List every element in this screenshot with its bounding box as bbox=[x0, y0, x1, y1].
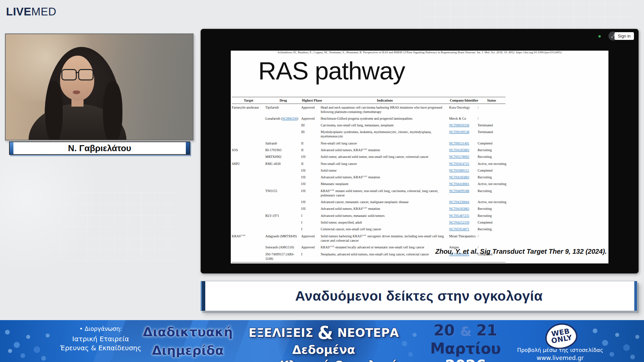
table-cell: Non-small cell lung cancer bbox=[321, 160, 449, 167]
table-cell: I bbox=[301, 251, 321, 262]
table-row: MRTX0902I/IISolid tumor, advanced solid … bbox=[232, 154, 505, 160]
session-title: Αναδυόμενοι δείκτες στην ογκολογία bbox=[295, 288, 543, 304]
table-cell: Tipifarnib bbox=[265, 104, 301, 115]
table-cell: II bbox=[301, 140, 321, 146]
logo-med-text: MED bbox=[31, 5, 56, 18]
event-date-ampersand: & bbox=[460, 324, 471, 339]
table-cell: I bbox=[301, 226, 321, 233]
event-title-block: ΕΞΕΛΙΞΕΙΣ & ΝΕΟΤΕΡΑ Δεδομένα στην Κλινικ… bbox=[231, 322, 416, 362]
table-row: I/IIMetastatic neoplasmNCT04418661Active… bbox=[232, 181, 505, 187]
website-access-block: Προβολή μέσω της ιστοσελίδας www.livemed… bbox=[513, 347, 607, 361]
table-cell: Mirati Therapeutics bbox=[449, 233, 478, 244]
event-title-part1: ΕΞΕΛΙΞΕΙΣ bbox=[249, 326, 313, 340]
event-format-block: Διαδικτυακή Διημερίδα bbox=[141, 323, 235, 360]
table-cell: Myelodysplastic syndromes, leukemia, mye… bbox=[321, 129, 449, 140]
table-row: SHP2RMC-4630IINon-small cell lung cancer… bbox=[232, 160, 505, 167]
table-cell bbox=[232, 181, 265, 187]
table-cell: KRASG12C mutant solid tumors, non-small … bbox=[321, 187, 449, 199]
table-cell: NCT04418661 bbox=[449, 181, 478, 187]
table-cell bbox=[232, 219, 265, 226]
trial-identifier-link: NCT04699188 bbox=[449, 189, 469, 193]
table-row: IIIMyelodysplastic syndromes, leukemia, … bbox=[232, 129, 505, 140]
table-cell: / bbox=[478, 115, 505, 122]
table-cell bbox=[232, 244, 265, 251]
table-cell: Completed bbox=[478, 140, 505, 146]
event-dates-days: 20 & 21 bbox=[425, 321, 506, 339]
table-cell bbox=[265, 181, 301, 187]
table-cell: TNO155 bbox=[265, 187, 301, 199]
sign-in-button[interactable]: Sign in bbox=[614, 32, 634, 40]
table-cell bbox=[232, 140, 265, 146]
trial-identifier-link: NCT00050336 bbox=[449, 123, 469, 127]
trial-identifier-link: NCT05578092 bbox=[449, 155, 469, 159]
table-cell: BI-1701963 bbox=[265, 146, 301, 154]
table-cell: NCT03989115 bbox=[449, 167, 478, 174]
slide-title: RAS pathway bbox=[258, 57, 405, 85]
table-header-row: TargetDrugHighest PhaseIndicationsCompan… bbox=[232, 97, 505, 104]
table-row: I/IIAdvanced solid tumors, KRASG12C muta… bbox=[232, 174, 505, 181]
table-cell: NCT05487235 bbox=[449, 213, 478, 219]
table-cell: I/II bbox=[301, 199, 321, 205]
event-title-line1: ΕΞΕΛΙΞΕΙΣ & ΝΕΟΤΕΡΑ Δεδομένα bbox=[231, 322, 416, 357]
speaker-hair-strand-left bbox=[45, 81, 63, 140]
nameplate-left-cap bbox=[10, 142, 13, 154]
nameplate-right-cap bbox=[186, 142, 190, 154]
table-cell: NCT04699188 bbox=[449, 187, 478, 199]
table-header-cell: Indications bbox=[321, 97, 449, 104]
livemed-webinar-screen: LIVEMED Ν. Γαβριελάτου ⤢ Sign in Schöneb… bbox=[0, 0, 644, 362]
trial-identifier-link: NCT04330664 bbox=[449, 200, 469, 204]
trial-identifier-link: NCT05487235 bbox=[449, 214, 469, 218]
table-cell: Solid tumor, unspecified, adult bbox=[321, 219, 449, 226]
table-cell bbox=[265, 205, 301, 213]
session-title-bar: Αναδυόμενοι δείκτες στην ογκολογία bbox=[201, 281, 637, 311]
table-cell bbox=[265, 122, 301, 129]
table-cell bbox=[232, 174, 265, 181]
table-cell: NCT04252339 bbox=[449, 219, 478, 226]
table-cell: NCT05054725 bbox=[449, 160, 478, 167]
table-cell: Recruiting bbox=[478, 226, 505, 233]
table-cell: MRTX0902 bbox=[265, 154, 301, 160]
glasses-left-lens bbox=[61, 69, 77, 80]
table-cell: Neoplasms, advanced solid tumors, non-sm… bbox=[321, 251, 449, 262]
table-header-cell: Target bbox=[232, 97, 265, 104]
table-cell: Recruiting bbox=[478, 187, 505, 199]
table-cell: Approved bbox=[301, 244, 321, 251]
table-row: I/IIAdvanced solid tumors, KRASG12C muta… bbox=[232, 205, 505, 213]
table-cell: Recruiting bbox=[478, 146, 505, 154]
organizer-label: • Διοργάνωση: bbox=[50, 325, 151, 332]
table-cell: Metastatic neoplasm bbox=[321, 181, 449, 187]
trial-identifier-link: NCT04185883 bbox=[449, 175, 469, 179]
table-cell: Colorectal cancer, non-small cell lung c… bbox=[321, 226, 449, 233]
trial-identifier-link: NCT04185883 bbox=[449, 148, 469, 152]
table-header-cell: Status bbox=[478, 97, 505, 104]
table-cell: Terminated bbox=[478, 122, 505, 129]
table-cell: Non-small cell lung cancer bbox=[321, 140, 449, 146]
trial-identifier-link: NCT05954871 bbox=[449, 227, 469, 231]
table-row: IIICarcinoma, non-small cell lung, metas… bbox=[232, 122, 505, 129]
table-cell: JNJ-74699157 (ARS-3248) bbox=[265, 251, 301, 262]
table-cell: NCT04330664 bbox=[449, 199, 478, 205]
event-date-day1: 20 bbox=[434, 321, 455, 339]
table-cell: Active, not recruiting bbox=[478, 181, 505, 187]
table-cell: SOS bbox=[232, 146, 265, 154]
live-indicator-dot bbox=[598, 35, 601, 38]
table-cell: Recruiting bbox=[478, 154, 505, 160]
table-cell: Solid tumor bbox=[321, 167, 449, 174]
table-cell: NCT00109538 bbox=[449, 129, 478, 140]
speaker-hair-strand-right bbox=[103, 81, 122, 140]
table-row: RLY-1971IAdvanced solid tumors, metastat… bbox=[232, 213, 505, 219]
table-cell: NCT04185883 bbox=[449, 174, 478, 181]
table-cell: II bbox=[301, 146, 321, 154]
table-cell: Lonafarnib (SCH66336) bbox=[265, 115, 301, 122]
trial-identifier-link: NCT00109538 bbox=[449, 130, 469, 134]
table-cell bbox=[232, 154, 265, 160]
ras-pathway-table: TargetDrugHighest PhaseIndicationsCompan… bbox=[232, 97, 505, 262]
table-cell: Advanced cancer, metastatic cancer, mali… bbox=[321, 199, 449, 205]
trial-identifier-link: SCH66336 bbox=[282, 117, 297, 120]
table-cell bbox=[232, 226, 265, 233]
table-cell bbox=[232, 199, 265, 205]
table-cell: RMC-4630 bbox=[265, 160, 301, 167]
table-cell: Advanced solid tumors, metastatic solid … bbox=[321, 213, 449, 219]
table-cell bbox=[265, 199, 301, 205]
trial-identifier-link: NCT04418661 bbox=[449, 182, 469, 186]
